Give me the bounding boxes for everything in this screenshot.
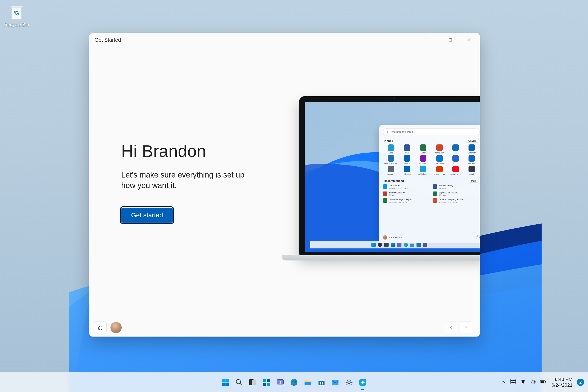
svg-rect-32	[512, 382, 514, 383]
titlebar[interactable]: Get Started	[90, 33, 480, 47]
back-button[interactable]	[445, 321, 457, 334]
taskbar-store-button[interactable]	[316, 377, 327, 388]
app-icon	[404, 155, 410, 162]
svg-rect-5	[222, 382, 225, 386]
pinned-app: OneNote	[416, 155, 431, 164]
rec-subtitle: Welcome to Windows	[389, 187, 408, 189]
recommended-item: Quarterly Payroll ReportYesterday at 4:2…	[383, 198, 430, 203]
taskbar: 8:48 PM 6/24/2021 2	[0, 372, 588, 392]
taskbar-start-button[interactable]	[220, 377, 231, 388]
app-name: Mail	[454, 152, 458, 154]
app-icon	[452, 166, 459, 172]
file-icon	[383, 198, 387, 203]
pinned-app: LinkedIn	[464, 155, 480, 164]
svg-rect-21	[322, 382, 323, 383]
svg-rect-11	[267, 379, 270, 382]
taskbar-edge-button[interactable]	[288, 377, 300, 388]
app-icon	[468, 166, 475, 172]
pinned-app: Calculator	[399, 166, 415, 175]
user-avatar[interactable]	[110, 322, 122, 333]
rec-subtitle: 2h ago	[389, 194, 406, 196]
svg-rect-13	[267, 383, 270, 386]
pinned-label: Pinned	[384, 139, 393, 142]
rec-title: Brand Guidelines	[389, 192, 406, 194]
app-icon	[404, 144, 410, 151]
illustration-user: Sara Phillips	[383, 235, 402, 240]
app-name: Microsoft Store	[384, 162, 397, 164]
maximize-button[interactable]	[441, 34, 460, 46]
taskbar-clock[interactable]: 8:48 PM 6/24/2021	[552, 376, 572, 388]
app-icon	[468, 155, 475, 162]
svg-rect-35	[540, 381, 544, 383]
recommended-item: Expense Worksheet12h ago	[433, 192, 480, 196]
battery-icon[interactable]	[540, 379, 546, 386]
illustration-search-box: Type here to search	[383, 128, 480, 136]
pinned-app: Photos	[399, 155, 415, 164]
rec-title: Get Started	[389, 184, 408, 187]
rec-title: Travel Itinerary	[439, 184, 453, 187]
taskbar-chat-button[interactable]	[275, 377, 286, 388]
volume-icon[interactable]	[530, 379, 536, 386]
taskbar-mail-button[interactable]	[330, 377, 341, 388]
wifi-icon[interactable]	[520, 379, 526, 386]
svg-point-30	[513, 381, 513, 382]
recommended-item: Travel Itinerary17m ago	[433, 184, 480, 189]
illustration-taskbar	[310, 241, 480, 248]
pinned-app: Calendar	[464, 144, 480, 154]
clock-date: 6/24/2021	[552, 382, 572, 388]
pinned-app: Whiteboard	[416, 166, 431, 175]
home-button[interactable]	[94, 321, 106, 334]
app-name: LinkedIn	[468, 162, 476, 164]
illustration-start-menu: Type here to search Pinned All apps Edge…	[379, 125, 480, 243]
svg-point-7	[236, 380, 240, 384]
app-name: Settings	[387, 173, 394, 175]
recycle-bin-icon	[10, 4, 24, 21]
subheadline: Let's make sure everything is set up how…	[121, 170, 254, 191]
rec-subtitle: Yesterday at 4:24 PM	[389, 201, 412, 203]
taskbar-settings-button[interactable]	[344, 377, 354, 388]
svg-rect-1	[449, 39, 452, 41]
rec-title: Adatum Company Profile	[439, 198, 463, 201]
file-icon	[433, 184, 437, 189]
svg-rect-23	[322, 384, 323, 384]
file-icon	[433, 198, 437, 203]
app-icon	[436, 166, 443, 172]
app-icon	[452, 144, 459, 151]
touch-keyboard-icon[interactable]	[510, 379, 516, 386]
taskbar-file-explorer-button[interactable]	[302, 377, 313, 388]
svg-rect-18	[304, 382, 311, 385]
power-icon	[476, 236, 480, 240]
taskbar-task-view-button[interactable]	[247, 377, 258, 388]
pinned-app: PowerPoint	[432, 144, 447, 154]
svg-rect-20	[320, 382, 321, 383]
taskbar-search-button[interactable]	[234, 377, 244, 388]
next-button[interactable]	[460, 321, 472, 334]
minimize-button[interactable]	[422, 34, 441, 46]
pinned-app: Movies & TV	[448, 166, 463, 175]
tray-overflow-chevron-icon[interactable]	[500, 379, 506, 386]
pinned-app: To Do	[448, 155, 463, 164]
more-chip: More	[469, 179, 479, 183]
close-button[interactable]	[460, 34, 479, 46]
app-name: OneNote	[419, 162, 427, 164]
notification-badge[interactable]: 2	[577, 379, 584, 386]
taskbar-widgets-button[interactable]	[261, 377, 272, 388]
desktop-icon-recycle-bin[interactable]: Recycle Bin	[2, 4, 30, 28]
pinned-app: Mail	[448, 144, 463, 154]
svg-point-33	[523, 383, 524, 384]
rec-subtitle: 17m ago	[439, 187, 453, 189]
app-name: Calculator	[403, 173, 412, 175]
get-started-button[interactable]: Get started	[121, 208, 173, 223]
taskbar-get-started-button[interactable]	[357, 377, 368, 388]
app-name: PowerPoint	[434, 152, 444, 154]
svg-rect-4	[226, 379, 229, 382]
window-footer	[90, 318, 480, 336]
pinned-app: Word	[399, 144, 415, 154]
recommended-item: Brand Guidelines2h ago	[383, 192, 430, 196]
svg-point-16	[280, 381, 281, 382]
app-icon	[420, 155, 426, 162]
svg-rect-3	[222, 379, 225, 382]
get-started-window: Get Started Hi Brandon Let's make sure e…	[90, 33, 480, 336]
svg-rect-0	[430, 40, 433, 40]
pinned-app: Your Phone	[432, 155, 447, 164]
